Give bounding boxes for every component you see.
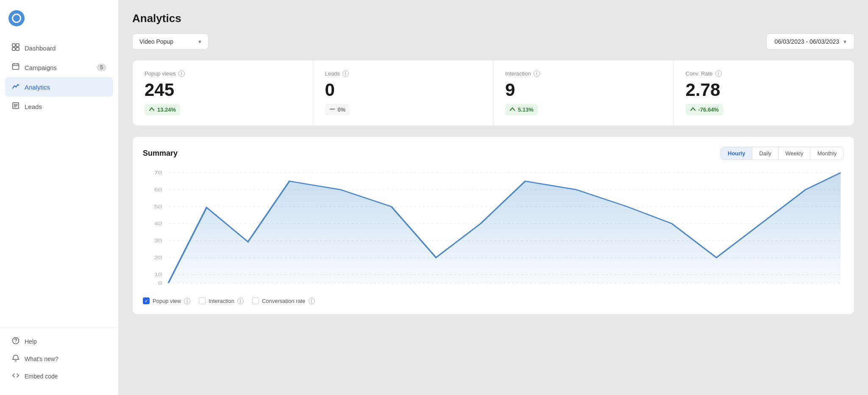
summary-card: Summary HourlyDailyWeeklyMonthly 70 60 5… — [132, 136, 854, 315]
stat-card-leads: Leads i 0 0% — [313, 60, 494, 126]
sidebar-item-campaigns[interactable]: Campaigns5 — [5, 58, 113, 77]
date-range-value: 06/03/2023 - 06/03/2023 — [774, 38, 839, 45]
sidebar-item-analytics[interactable]: Analytics — [5, 77, 113, 97]
info-icon[interactable]: i — [715, 70, 722, 77]
stat-value: 0 — [325, 81, 481, 99]
sidebar-item-label: Leads — [25, 103, 42, 110]
logo-icon — [8, 10, 25, 26]
summary-header: Summary HourlyDailyWeeklyMonthly — [143, 147, 844, 160]
legend-label: Conversation rate — [262, 298, 306, 304]
info-icon[interactable]: i — [534, 70, 540, 77]
info-icon[interactable]: i — [309, 298, 315, 304]
svg-rect-0 — [12, 44, 15, 47]
analytics-icon — [12, 82, 19, 92]
info-icon[interactable]: i — [184, 298, 190, 304]
stat-value: 9 — [505, 81, 662, 99]
bottom-item-label: Help — [25, 338, 37, 345]
bottom-item-whats-new[interactable]: What's new? — [5, 350, 113, 367]
chevron-down-icon: ▾ — [843, 38, 846, 45]
sidebar-badge: 5 — [97, 64, 106, 71]
chevron-down-icon: ▾ — [198, 38, 201, 45]
help-icon — [12, 337, 19, 346]
embed-icon — [12, 372, 19, 381]
svg-rect-1 — [16, 44, 19, 47]
svg-point-7 — [15, 342, 16, 342]
tab-monthly[interactable]: Monthly — [810, 147, 843, 160]
stat-label: Popup views i — [145, 70, 301, 77]
bottom-item-help[interactable]: Help — [5, 333, 113, 350]
bottom-item-label: What's new? — [25, 356, 58, 362]
change-arrow-icon — [690, 106, 696, 113]
sidebar-nav: DashboardCampaigns5AnalyticsLeads — [0, 35, 118, 327]
sidebar-item-label: Dashboard — [25, 45, 56, 52]
stat-card-conv-rate: Conv. Rate i 2.78 -76.64% — [674, 60, 854, 126]
svg-text:0: 0 — [158, 280, 162, 286]
legend-label: Interaction — [209, 298, 234, 304]
date-range-picker[interactable]: 06/03/2023 - 06/03/2023 ▾ — [766, 34, 854, 50]
stat-change: 13.24% — [145, 104, 180, 115]
stat-change: -76.64% — [686, 104, 723, 115]
page-title: Analytics — [132, 12, 854, 25]
svg-text:20: 20 — [154, 255, 162, 261]
change-arrow-icon — [149, 106, 155, 113]
legend-item-interaction: Interactioni — [199, 297, 244, 304]
stat-label-text: Conv. Rate — [686, 70, 713, 77]
info-icon[interactable]: i — [237, 298, 244, 304]
stat-change: 5.13% — [505, 104, 538, 115]
tab-weekly[interactable]: Weekly — [779, 147, 810, 160]
leads-icon — [12, 102, 19, 111]
tab-daily[interactable]: Daily — [752, 147, 779, 160]
stats-grid: Popup views i 245 13.24% Leads i 0 0% In… — [132, 60, 854, 126]
svg-rect-3 — [16, 48, 19, 50]
change-arrow-icon — [329, 106, 335, 113]
sidebar-item-label: Campaigns — [25, 64, 57, 71]
legend-item-conversation-rate: Conversation ratei — [252, 297, 315, 304]
popup-type-dropdown[interactable]: Video Popup ▾ — [132, 34, 209, 50]
svg-text:50: 50 — [154, 204, 162, 210]
summary-title: Summary — [143, 149, 178, 158]
chart-container: 70 60 50 40 30 20 10 0 — [143, 168, 844, 287]
legend-item-popup-view: Popup viewi — [143, 297, 190, 304]
legend-checkbox-conversation-rate[interactable] — [252, 297, 259, 304]
svg-text:40: 40 — [154, 221, 162, 227]
change-value: 5.13% — [518, 106, 534, 113]
main-content: Analytics Video Popup ▾ 06/03/2023 - 06/… — [119, 0, 868, 395]
legend-label: Popup view — [153, 298, 181, 304]
svg-text:30: 30 — [154, 238, 162, 244]
dropdown-label: Video Popup — [139, 38, 173, 45]
app-logo — [0, 0, 118, 35]
summary-chart: 70 60 50 40 30 20 10 0 — [143, 168, 844, 287]
change-value: 0% — [338, 106, 346, 113]
tab-hourly[interactable]: Hourly — [721, 147, 752, 160]
svg-text:10: 10 — [154, 272, 162, 277]
dashboard-icon — [12, 43, 19, 53]
sidebar-bottom: HelpWhat's new?Embed code — [0, 327, 118, 395]
chart-legend: Popup viewiInteractioniConversation rate… — [143, 294, 844, 304]
sidebar-item-label: Analytics — [25, 84, 50, 91]
change-value: -76.64% — [698, 106, 719, 113]
bottom-item-embed-code[interactable]: Embed code — [5, 367, 113, 385]
svg-rect-2 — [12, 48, 15, 50]
stat-change: 0% — [325, 104, 350, 115]
stat-label-text: Leads — [325, 70, 340, 77]
svg-text:70: 70 — [154, 170, 162, 176]
change-value: 13.24% — [157, 106, 176, 113]
sidebar-item-dashboard[interactable]: Dashboard — [5, 38, 113, 58]
info-icon[interactable]: i — [178, 70, 185, 77]
svg-rect-4 — [13, 64, 19, 70]
info-icon[interactable]: i — [342, 70, 349, 77]
sidebar-item-leads[interactable]: Leads — [5, 97, 113, 116]
sidebar: DashboardCampaigns5AnalyticsLeads HelpWh… — [0, 0, 119, 395]
stat-value: 245 — [145, 81, 301, 99]
stat-label: Leads i — [325, 70, 481, 77]
toolbar: Video Popup ▾ 06/03/2023 - 06/03/2023 ▾ — [132, 34, 854, 50]
legend-checkbox-interaction[interactable] — [199, 297, 206, 304]
stat-label-text: Popup views — [145, 70, 176, 77]
stat-card-popup-views: Popup views i 245 13.24% — [133, 60, 313, 126]
legend-checkbox-popup-view[interactable] — [143, 297, 150, 304]
bottom-item-label: Embed code — [25, 373, 58, 380]
campaigns-icon — [12, 63, 19, 72]
stat-label-text: Interaction — [505, 70, 531, 77]
stat-label: Conv. Rate i — [686, 70, 843, 77]
stat-value: 2.78 — [686, 81, 843, 99]
